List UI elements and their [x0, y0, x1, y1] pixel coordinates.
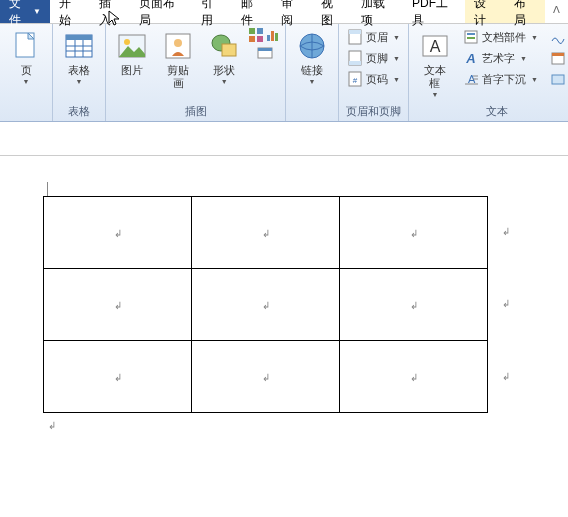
page-number-icon: #: [347, 71, 363, 87]
svg-rect-13: [249, 28, 255, 34]
paragraph-mark-icon: ↲: [262, 300, 270, 311]
picture-icon: [116, 30, 148, 62]
link-icon: [296, 30, 328, 62]
header-icon: [347, 29, 363, 45]
quick-parts-button[interactable]: 文档部件▼: [459, 27, 542, 47]
dropdown-icon: ▼: [221, 78, 228, 85]
menu-home[interactable]: 开始: [50, 0, 90, 23]
menu-bar: 文件▼ 开始 插入 页面布局 引用 邮件 审阅 视图 加载项 PDF工具 设计 …: [0, 0, 568, 24]
group-label: [4, 118, 48, 120]
svg-rect-12: [222, 44, 236, 56]
paragraph-mark-icon: ↲: [410, 228, 418, 239]
menu-design[interactable]: 设计: [465, 0, 505, 23]
svg-point-8: [124, 39, 130, 45]
quick-parts-icon: [463, 29, 479, 45]
screenshot-icon[interactable]: [257, 45, 273, 61]
clipart-icon: [162, 30, 194, 62]
dropdown-icon: ▼: [309, 78, 316, 85]
dropdown-icon: ▼: [76, 78, 83, 85]
page-number-button[interactable]: # 页码▼: [343, 69, 404, 89]
clipart-button[interactable]: 剪贴画: [156, 27, 201, 93]
paragraph-mark-icon: ↲: [410, 300, 418, 311]
shapes-icon: [208, 30, 240, 62]
object-icon: [550, 71, 566, 87]
shapes-button[interactable]: 形状 ▼: [202, 27, 246, 88]
menu-pdf[interactable]: PDF工具: [403, 0, 465, 23]
svg-rect-41: [552, 75, 564, 84]
svg-rect-33: [467, 37, 475, 39]
table-row[interactable]: ↲ ↲ ↲: [44, 269, 488, 341]
group-text: A 文本框 ▼ 文档部件▼ A 艺术字▼ A 首字下沉▼ ▼: [409, 24, 568, 121]
group-label: 文本: [413, 103, 568, 120]
svg-point-10: [174, 39, 182, 47]
ribbon-collapse-icon[interactable]: ᐱ: [545, 0, 568, 23]
table-cell[interactable]: ↲: [340, 197, 488, 269]
paragraph-mark-icon: ↲: [410, 372, 418, 383]
paragraph-mark-icon: ↲: [48, 420, 56, 431]
text-cursor: [47, 182, 48, 196]
footer-button[interactable]: 页脚▼: [343, 48, 404, 68]
dropdown-icon: ▼: [23, 78, 30, 85]
object-button[interactable]: ▼: [546, 69, 568, 89]
ribbon: 页 ▼ 表格 ▼ 表格 图片 剪贴画: [0, 24, 568, 122]
header-button[interactable]: 页眉▼: [343, 27, 404, 47]
table-row[interactable]: ↲ ↲ ↲: [44, 197, 488, 269]
document-canvas[interactable]: ↲ ↲ ↲ ↲ ↲ ↲ ↲ ↲ ↲ ↲ ↲ ↲ ↲: [0, 156, 568, 413]
table-row[interactable]: ↲ ↲ ↲: [44, 341, 488, 413]
menu-addins[interactable]: 加载项: [352, 0, 403, 23]
textbox-button[interactable]: A 文本框 ▼: [413, 27, 457, 101]
menu-references[interactable]: 引用: [192, 0, 232, 23]
menu-view[interactable]: 视图: [312, 0, 352, 23]
paragraph-mark-icon: ↲: [114, 228, 122, 239]
menu-review[interactable]: 审阅: [272, 0, 312, 23]
group-links: 链接 ▼: [286, 24, 339, 121]
smartart-icon[interactable]: [248, 27, 264, 43]
signature-icon: [550, 29, 566, 45]
menu-page-layout[interactable]: 页面布局: [130, 0, 192, 23]
page-button[interactable]: 页 ▼: [4, 27, 48, 88]
group-header-footer: 页眉▼ 页脚▼ # 页码▼ 页眉和页脚: [339, 24, 409, 121]
table-cell[interactable]: ↲: [192, 269, 340, 341]
group-pages: 页 ▼: [0, 24, 53, 121]
svg-rect-17: [267, 35, 270, 41]
group-label: 插图: [110, 103, 281, 120]
chart-icon[interactable]: [265, 27, 281, 43]
table-cell[interactable]: ↲: [44, 197, 192, 269]
dropcap-icon: A: [463, 71, 479, 87]
datetime-button[interactable]: [546, 48, 568, 68]
group-tables: 表格 ▼ 表格: [53, 24, 106, 121]
svg-rect-18: [271, 31, 274, 41]
signature-button[interactable]: ▼: [546, 27, 568, 47]
page-icon: [10, 30, 42, 62]
svg-rect-19: [275, 33, 278, 41]
ruler: [0, 122, 568, 156]
row-end-mark-icon: ↲: [502, 226, 510, 237]
svg-rect-15: [249, 36, 255, 42]
svg-rect-2: [66, 35, 92, 40]
menu-insert[interactable]: 插入: [90, 0, 130, 23]
link-button[interactable]: 链接 ▼: [290, 27, 334, 88]
paragraph-mark-icon: ↲: [262, 228, 270, 239]
textbox-icon: A: [419, 30, 451, 62]
table-cell[interactable]: ↲: [340, 341, 488, 413]
row-end-mark-icon: ↲: [502, 371, 510, 382]
picture-button[interactable]: 图片: [110, 27, 154, 80]
menu-layout[interactable]: 布局: [505, 0, 545, 23]
svg-text:A: A: [430, 38, 441, 55]
menu-file[interactable]: 文件▼: [0, 0, 50, 23]
table-button[interactable]: 表格 ▼: [57, 27, 101, 88]
svg-text:A: A: [465, 51, 475, 66]
document-table[interactable]: ↲ ↲ ↲ ↲ ↲ ↲ ↲ ↲ ↲: [43, 196, 488, 413]
paragraph-mark-icon: ↲: [114, 300, 122, 311]
row-end-mark-icon: ↲: [502, 298, 510, 309]
table-cell[interactable]: ↲: [44, 341, 192, 413]
table-cell[interactable]: ↲: [340, 269, 488, 341]
menu-mail[interactable]: 邮件: [232, 0, 272, 23]
table-cell[interactable]: ↲: [44, 269, 192, 341]
table-cell[interactable]: ↲: [192, 197, 340, 269]
table-cell[interactable]: ↲: [192, 341, 340, 413]
paragraph-mark-icon: ↲: [262, 372, 270, 383]
wordart-button[interactable]: A 艺术字▼: [459, 48, 542, 68]
group-illustrations: 图片 剪贴画 形状 ▼ 插图: [106, 24, 286, 121]
dropcap-button[interactable]: A 首字下沉▼: [459, 69, 542, 89]
